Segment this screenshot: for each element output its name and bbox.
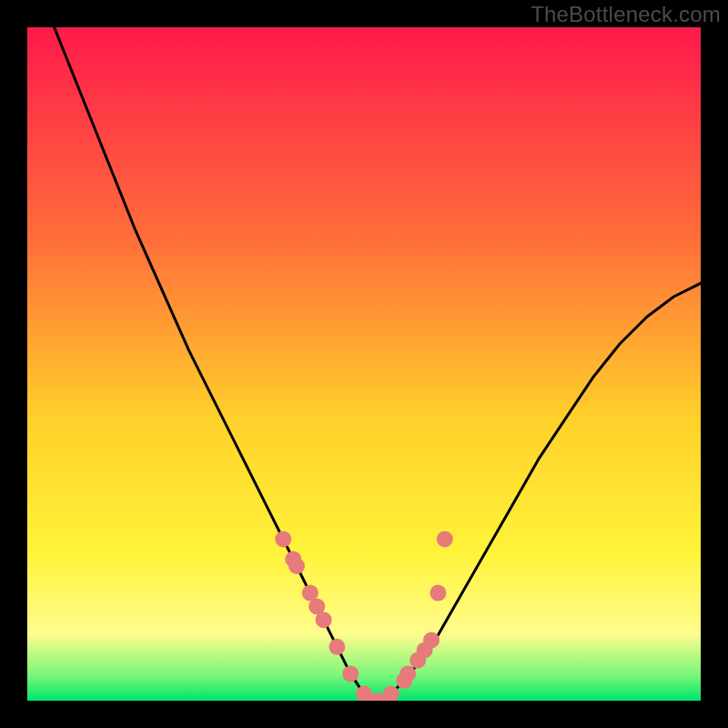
marker-point xyxy=(399,665,416,682)
plot-area xyxy=(27,27,701,701)
chart-frame: TheBottleneck.com xyxy=(0,0,728,728)
watermark-text: TheBottleneck.com xyxy=(531,2,721,27)
marker-point xyxy=(288,558,305,574)
marker-point xyxy=(275,531,291,547)
marker-point xyxy=(423,632,440,648)
marker-point xyxy=(437,531,453,547)
marker-point xyxy=(329,639,345,655)
marker-point xyxy=(316,612,332,628)
marker-point xyxy=(342,665,359,682)
bottleneck-chart xyxy=(27,27,701,701)
marker-point xyxy=(430,585,446,602)
gradient-background xyxy=(27,27,701,701)
